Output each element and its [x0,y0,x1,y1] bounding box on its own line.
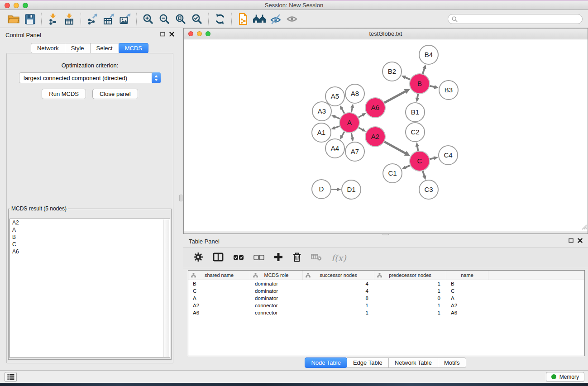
resize-grip-icon[interactable] [581,224,587,230]
graph-edge-C-C2[interactable] [416,142,420,151]
vertical-split-handle[interactable] [179,195,182,201]
graph-edge-A2-C[interactable] [384,142,410,156]
close-panel-icon[interactable] [169,32,174,37]
tab-network-table[interactable]: Network Table [388,357,438,368]
new-network-from-file-icon[interactable] [235,12,251,26]
tab-node-table[interactable]: Node Table [305,357,347,368]
graph-edge-A-A5[interactable] [340,105,344,114]
graph-node-A7[interactable]: A7 [345,142,364,161]
graph-node-B2[interactable]: B2 [382,62,402,81]
hide-panel-eye-icon[interactable] [268,12,284,26]
graph-node-B[interactable]: B [410,74,430,94]
graph-node-C1[interactable]: C1 [383,164,402,183]
save-session-icon[interactable] [22,12,38,26]
open-session-icon[interactable] [5,12,22,26]
graph-edge-B-B4[interactable] [422,64,426,74]
mcds-result-item[interactable]: A6 [10,248,170,255]
table-row[interactable]: Bdominator41B [188,280,584,287]
zoom-fit-icon[interactable] [172,12,189,26]
graph-node-A6[interactable]: A6 [365,98,385,118]
graph-node-A4[interactable]: A4 [325,139,344,158]
graph-node-D[interactable]: D [312,180,331,199]
zoom-in-icon[interactable] [140,12,156,26]
table-row[interactable]: Adominator80A [188,295,584,302]
show-columns-icon[interactable] [213,253,224,263]
network-canvas[interactable]: B4B2BB3A8A5A6A3B1AC2A1A2A4A7C4CC1C3DD1 [184,39,588,231]
graph-edge-A-A2[interactable] [359,128,366,132]
graph-node-B1[interactable]: B1 [406,103,425,122]
mcds-result-item[interactable]: A [10,226,170,234]
graph-node-A5[interactable]: A5 [325,87,344,106]
search-input[interactable] [460,16,578,22]
zoom-selected-icon[interactable] [189,12,205,26]
column-header-mcds-role[interactable]: MCDS role [250,271,303,280]
task-history-button[interactable] [5,372,17,382]
graph-edge-A-A8[interactable] [350,104,354,112]
graph-edge-A-A7[interactable] [350,133,354,142]
graph-node-C[interactable]: C [410,151,430,171]
graph-node-A[interactable]: A [339,113,359,133]
tab-mcds[interactable]: MCDS [119,43,148,53]
column-header-predecessor-nodes[interactable]: predecessor nodes [374,271,446,280]
memory-button[interactable]: Memory [546,372,584,382]
add-row-plus-icon[interactable] [274,253,283,263]
delete-table-icon[interactable] [311,253,322,263]
graph-edge-A-A3[interactable] [331,115,340,119]
graph-node-C4[interactable]: C4 [439,146,458,165]
function-builder-icon[interactable]: f(x) [331,253,346,263]
home-icon[interactable] [251,12,268,26]
tab-motifs[interactable]: Motifs [438,357,466,368]
graph-edge-A-A4[interactable] [340,132,344,139]
delete-row-trash-icon[interactable] [292,252,301,264]
select-all-icon[interactable] [233,254,244,262]
close-panel-button[interactable]: Close panel [92,89,138,99]
refresh-icon[interactable] [212,12,228,26]
graph-node-C3[interactable]: C3 [419,180,438,199]
list-scrollbar[interactable] [163,219,169,357]
deselect-all-icon[interactable] [253,254,264,262]
graph-node-B4[interactable]: B4 [419,45,438,64]
float-panel-icon[interactable] [160,32,165,37]
table-row[interactable]: A6connector11A6 [188,309,584,316]
tab-edge-table[interactable]: Edge Table [347,357,389,368]
import-table-icon[interactable] [61,12,77,26]
column-header-successor-nodes[interactable]: successor nodes [303,271,374,280]
export-network-icon[interactable] [84,12,100,26]
tab-network[interactable]: Network [31,43,65,53]
graph-node-D1[interactable]: D1 [342,180,361,199]
graph-edge-C-C3[interactable] [422,171,426,180]
mcds-result-list[interactable]: A2ABCA6 [10,219,170,358]
graph-edge-B-B1[interactable] [416,94,420,102]
column-header-shared-name[interactable]: shared name [188,271,250,280]
graph-node-A2[interactable]: A2 [365,127,385,147]
graph-edge-A-A6[interactable] [359,113,366,118]
graph-node-B3[interactable]: B3 [439,81,458,100]
tab-style[interactable]: Style [65,43,91,53]
import-network-icon[interactable] [45,12,61,26]
graph-node-A3[interactable]: A3 [312,102,331,121]
search-field[interactable] [448,14,583,24]
float-table-panel-icon[interactable] [569,238,574,243]
table-row[interactable]: Cdominator41C [188,287,584,295]
graph-node-C2[interactable]: C2 [406,123,425,142]
export-image-icon[interactable] [117,12,133,26]
criterion-select[interactable]: largest connected component (directed) [19,72,161,83]
graph-edge-A6-B[interactable] [384,89,410,103]
graph-edge-B-B3[interactable] [430,85,439,89]
zoom-out-icon[interactable] [156,12,172,26]
graph-edge-B-B2[interactable] [402,76,410,80]
graph-node-A1[interactable]: A1 [312,123,331,142]
run-mcds-button[interactable]: Run MCDS [42,89,86,99]
export-table-icon[interactable] [100,12,117,26]
table-row[interactable]: A2connector11A2 [188,302,584,309]
graph-edge-D-D1[interactable] [331,188,341,191]
mcds-result-item[interactable]: B [10,234,170,241]
graph-node-A8[interactable]: A8 [345,84,364,103]
show-panel-eye-icon[interactable] [284,12,300,26]
mcds-result-item[interactable]: C [10,241,170,248]
column-header-name[interactable]: name [446,271,488,280]
tab-select[interactable]: Select [90,43,119,53]
table-settings-gear-icon[interactable] [193,252,203,264]
graph-edge-A-A1[interactable] [331,126,339,130]
graph-edge-C-C4[interactable] [430,156,438,160]
